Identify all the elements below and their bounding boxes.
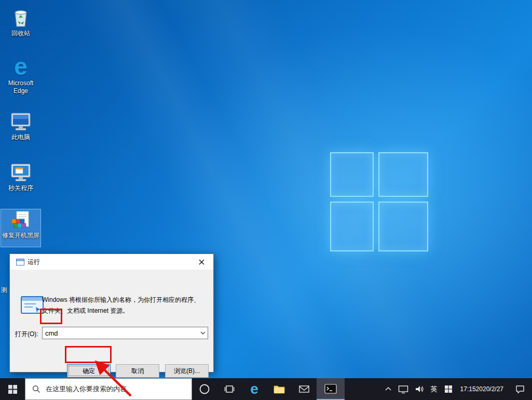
volume-button[interactable]: [412, 378, 427, 400]
desktop-icon-label: 秒关程序: [1, 184, 41, 192]
colored-blocks-icon: [9, 210, 32, 230]
desktop-icon-label: Microsoft Edge: [1, 79, 41, 95]
task-view-button[interactable]: [217, 378, 242, 400]
recycle-bin-icon: [9, 6, 32, 28]
run-command-input[interactable]: cmd: [42, 327, 208, 339]
task-view-icon: [224, 384, 235, 394]
run-dialog-titlebar[interactable]: 运行: [10, 254, 213, 270]
program-icon: [9, 162, 32, 183]
desktop-icon-quick-close-program[interactable]: 秒关程序: [1, 162, 41, 192]
run-command-value: cmd: [43, 329, 198, 337]
taskbar-apps: e: [192, 378, 345, 400]
run-dialog-icon: [16, 259, 24, 265]
windows-logo: [330, 152, 428, 251]
taskbar-search-box[interactable]: 在这里输入你要搜索的内容: [25, 378, 192, 400]
mail-icon: [299, 385, 309, 393]
speaker-icon: [415, 385, 424, 393]
run-dialog-description: Windows 将根据你所输入的名称，为你打开相应的程序、 文件夹、文档或 In…: [42, 295, 208, 316]
edge-taskbar-button[interactable]: e: [242, 378, 267, 400]
run-dialog-title: 运行: [28, 258, 40, 266]
desktop-icon-label: 修复开机黑屏: [1, 232, 40, 239]
ime-grid-icon: [444, 385, 453, 393]
desktop-icon-label: 回收站: [1, 30, 41, 37]
file-explorer-button[interactable]: [267, 378, 292, 400]
action-center-button[interactable]: [508, 378, 532, 400]
clock-date: 2020/2/27: [476, 385, 503, 393]
run-icon: [20, 296, 44, 317]
clock-time: 17:15: [460, 385, 476, 393]
this-pc-icon: [9, 111, 32, 132]
browse-button[interactable]: 浏览(B)...: [165, 364, 209, 378]
close-button[interactable]: [190, 255, 213, 270]
desktop-icon-label: 此电脑: [1, 134, 41, 141]
taskbar-clock[interactable]: 17:15 2020/2/27: [456, 378, 508, 400]
display-icon: [398, 385, 408, 394]
command-prompt-icon: [324, 384, 337, 394]
windows-start-icon: [8, 385, 17, 394]
windows-logo-pane: [330, 202, 374, 251]
cancel-button[interactable]: 取消: [116, 364, 159, 378]
windows-logo-pane: [330, 152, 374, 197]
close-icon: [199, 259, 204, 265]
chevron-down-icon[interactable]: [198, 331, 208, 335]
desktop-icon-microsoft-edge[interactable]: e Microsoft Edge: [1, 55, 41, 95]
taskbar: 在这里输入你要搜索的内容 e: [0, 378, 532, 400]
edge-icon: e: [1, 55, 41, 78]
search-icon: [32, 385, 40, 393]
start-button[interactable]: [0, 378, 25, 400]
open-label: 打开(O):: [15, 330, 38, 339]
action-center-icon: [515, 385, 525, 394]
windows-logo-pane: [378, 152, 428, 197]
edge-icon: e: [250, 382, 258, 396]
ok-button[interactable]: 确定: [67, 364, 111, 378]
file-explorer-icon: [274, 384, 285, 394]
run-dialog: 运行 Windows 将根据你所输入的名称，为你打开相应的程序、 文件夹、文档或…: [9, 254, 214, 372]
system-tray: 英 17:15 2020/2/27: [381, 378, 532, 400]
ime-language-indicator[interactable]: 英: [427, 378, 441, 400]
mail-button[interactable]: [292, 378, 317, 400]
ime-toolbar-button[interactable]: [441, 378, 456, 400]
command-prompt-button[interactable]: [317, 378, 345, 400]
display-tray-button[interactable]: [395, 378, 412, 400]
windows-logo-pane: [378, 202, 428, 251]
cortana-button[interactable]: [192, 378, 217, 400]
desktop-icon-this-pc[interactable]: 此电脑: [1, 111, 41, 141]
search-placeholder: 在这里输入你要搜索的内容: [46, 384, 127, 394]
chevron-up-icon: [385, 386, 392, 392]
show-hidden-icons-button[interactable]: [381, 378, 395, 400]
desktop-icon-fix-black-screen[interactable]: 修复开机黑屏: [1, 209, 41, 247]
cortana-icon: [199, 383, 210, 395]
desktop-icon-recycle-bin[interactable]: 回收站: [1, 6, 41, 37]
